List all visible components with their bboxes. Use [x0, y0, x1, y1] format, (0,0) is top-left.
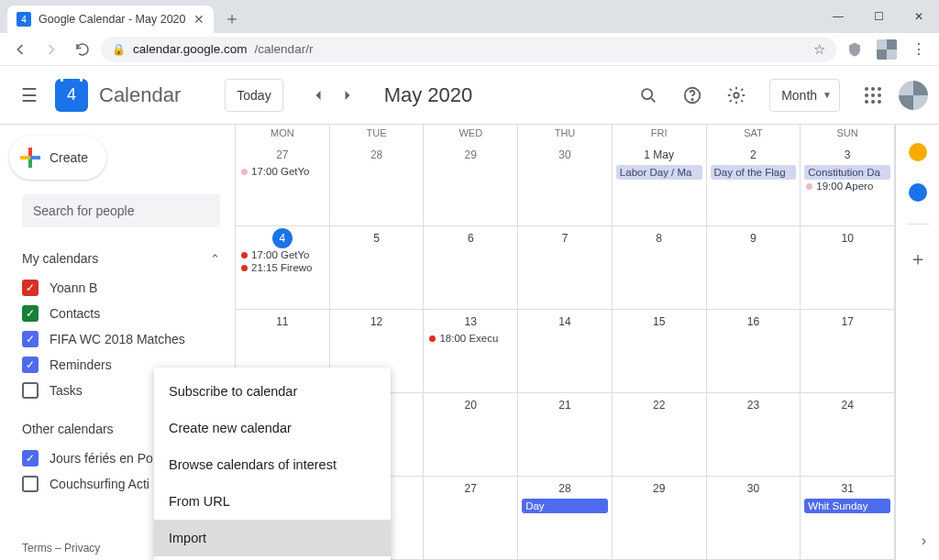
calendar-checkbox[interactable]	[22, 280, 39, 296]
calendar-checkbox[interactable]	[22, 357, 39, 373]
settings-button[interactable]	[718, 77, 755, 114]
day-cell[interactable]: 15	[613, 310, 707, 393]
keep-icon[interactable]	[909, 143, 927, 161]
day-cell[interactable]: 30	[707, 477, 801, 560]
reload-button[interactable]	[70, 37, 95, 62]
calendar-checkbox[interactable]	[22, 450, 39, 467]
footer-links[interactable]: Terms – Privacy	[22, 542, 100, 555]
menu-item[interactable]: Subscribe to calendar	[154, 373, 391, 410]
maximize-button[interactable]: ☐	[858, 0, 899, 33]
day-cell[interactable]: 22	[613, 393, 707, 477]
new-tab-button[interactable]: ＋	[219, 5, 245, 31]
day-cell[interactable]: 20	[424, 393, 518, 477]
calendar-list-item[interactable]: Contacts	[22, 301, 220, 326]
extension-icon[interactable]	[877, 39, 897, 60]
event[interactable]: Day	[522, 499, 608, 513]
day-cell[interactable]: 17	[801, 310, 895, 393]
search-people-input[interactable]: Search for people	[22, 194, 220, 227]
back-button[interactable]	[7, 37, 33, 62]
day-cell[interactable]: 5	[330, 226, 425, 310]
google-apps-button[interactable]	[855, 77, 891, 114]
day-number: 10	[802, 228, 892, 248]
url-input[interactable]: 🔒 calendar.google.com/calendar/r ☆	[101, 37, 836, 62]
event[interactable]: Constitution Da	[804, 165, 890, 180]
day-cell[interactable]: 417:00 GetYo21:15 Firewo	[236, 226, 330, 310]
view-selector[interactable]: Month ▼	[769, 79, 840, 112]
day-number: 12	[332, 312, 422, 332]
day-cell[interactable]: 14	[518, 310, 613, 393]
day-cell[interactable]: 8	[613, 226, 707, 310]
day-cell[interactable]: 2Day of the Flag	[707, 143, 801, 226]
menu-item[interactable]: From URL	[154, 483, 391, 520]
calendar-label: FIFA WC 2018 Matches	[50, 332, 185, 346]
day-number: 16	[709, 312, 799, 332]
calendar-checkbox[interactable]	[22, 331, 39, 347]
calendar-checkbox[interactable]	[22, 382, 39, 399]
day-cell[interactable]: 2717:00 GetYo	[236, 143, 330, 226]
browser-menu-icon[interactable]: ⋮	[906, 37, 932, 62]
weekday-header: THU	[518, 125, 613, 143]
day-number: 8	[614, 228, 704, 248]
day-cell[interactable]: 24	[801, 393, 895, 477]
next-month-button[interactable]	[333, 81, 362, 110]
addons-button[interactable]: ＋	[909, 247, 927, 271]
day-cell[interactable]: 1 MayLabor Day / Ma	[613, 143, 707, 226]
support-button[interactable]	[674, 77, 711, 114]
day-cell[interactable]: 1318:00 Execu	[424, 310, 518, 393]
day-cell[interactable]: 31Whit Sunday	[801, 477, 895, 560]
menu-item[interactable]: Browse calendars of interest	[154, 446, 391, 483]
tasks-icon[interactable]	[909, 183, 927, 202]
prev-month-button[interactable]	[304, 81, 333, 110]
event[interactable]: Day of the Flag	[711, 165, 797, 180]
my-calendars-header[interactable]: My calendars ⌃	[22, 242, 220, 275]
day-cell[interactable]: 29	[424, 143, 518, 226]
close-window-button[interactable]: ✕	[899, 0, 939, 33]
menu-item[interactable]: Create new calendar	[154, 410, 391, 446]
calendar-label: Couchsurfing Acti	[50, 477, 149, 491]
calendar-list-item[interactable]: Yoann B	[22, 275, 220, 301]
today-button[interactable]: Today	[225, 79, 282, 112]
forward-button[interactable]	[39, 37, 64, 62]
day-cell[interactable]: 9	[707, 226, 801, 310]
address-bar: 🔒 calendar.google.com/calendar/r ☆ ⋮	[0, 33, 939, 66]
day-number: 3	[802, 145, 892, 165]
calendar-checkbox[interactable]	[22, 476, 39, 492]
create-button[interactable]: Create	[9, 136, 106, 180]
menu-item[interactable]: Import	[154, 520, 391, 556]
app-title: Calendar	[99, 83, 181, 107]
day-cell[interactable]: 6	[424, 226, 518, 310]
day-cell[interactable]: 16	[707, 310, 801, 393]
event[interactable]: 21:15 Firewo	[238, 261, 327, 274]
event[interactable]: Labor Day / Ma	[616, 165, 702, 180]
day-cell[interactable]: 28	[330, 143, 425, 226]
day-cell[interactable]: 28Day	[518, 477, 613, 560]
day-number: 4	[238, 228, 327, 248]
minimize-button[interactable]: —	[818, 0, 858, 33]
search-button[interactable]	[630, 77, 667, 114]
event[interactable]: 18:00 Execu	[425, 332, 515, 345]
event[interactable]: Whit Sunday	[804, 499, 890, 513]
event[interactable]: 19:00 Apero	[802, 180, 892, 192]
day-number: 29	[614, 478, 704, 499]
day-cell[interactable]: 21	[518, 393, 613, 477]
account-avatar[interactable]	[899, 81, 928, 110]
calendar-checkbox[interactable]	[22, 305, 39, 322]
day-cell[interactable]: 23	[707, 393, 801, 477]
day-cell[interactable]: 29	[613, 477, 707, 560]
calendar-label: Tasks	[50, 383, 83, 398]
extension-shield-icon[interactable]	[842, 37, 867, 62]
event[interactable]: 17:00 GetYo	[238, 248, 327, 261]
day-cell[interactable]: 3Constitution Da19:00 Apero	[801, 143, 895, 226]
bookmark-star-icon[interactable]: ☆	[813, 41, 825, 58]
calendar-list-item[interactable]: FIFA WC 2018 Matches	[22, 326, 220, 352]
main-menu-button[interactable]: ☰	[11, 77, 48, 114]
event[interactable]: 17:00 GetYo	[238, 165, 327, 178]
day-cell[interactable]: 10	[801, 226, 895, 310]
tab-close-icon[interactable]: ✕	[193, 12, 204, 27]
day-cell[interactable]: 27	[424, 477, 518, 560]
day-cell[interactable]: 7	[518, 226, 613, 310]
event-dot-icon	[241, 169, 248, 175]
day-cell[interactable]: 30	[518, 143, 613, 226]
browser-tab[interactable]: 4 Google Calendar - May 2020 ✕	[7, 5, 214, 33]
show-side-panel-button[interactable]: ›	[922, 533, 926, 549]
